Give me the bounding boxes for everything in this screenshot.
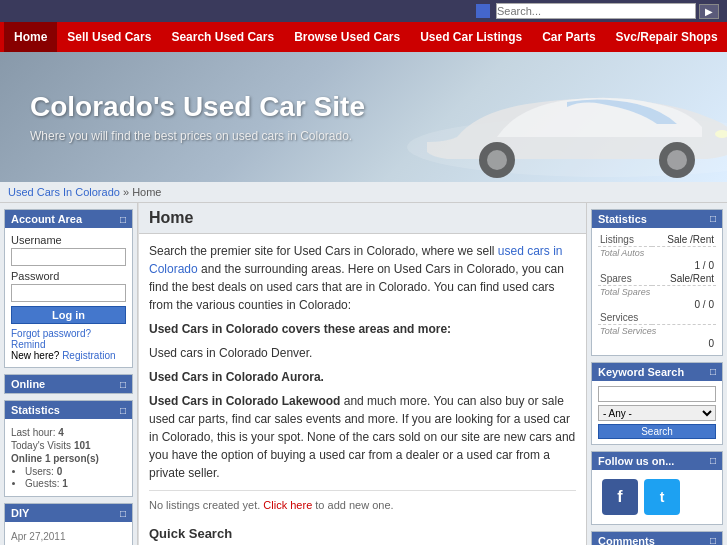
breadcrumb: Used Cars In Colorado » Home	[0, 182, 727, 203]
remind-link[interactable]: Remind	[11, 339, 45, 350]
forgot-password-link[interactable]: Forgot password?	[11, 328, 91, 339]
keyword-search-button[interactable]: Search	[598, 424, 716, 439]
username-label: Username	[11, 234, 126, 246]
top-bar: ▶	[0, 0, 727, 22]
guests-val: 1	[62, 478, 68, 489]
keyword-search-header: Keyword Search □	[592, 363, 722, 381]
follow-us-header: Follow us on... □	[592, 452, 722, 470]
nav-svc-repair[interactable]: Svc/Repair Shops	[606, 22, 727, 52]
hero-banner: Colorado's Used Car Site Where you will …	[0, 52, 727, 182]
comments-box: Comments □	[591, 531, 723, 545]
account-area-header: Account Area □	[5, 210, 132, 228]
bold-line1: Used Cars in Colorado covers these areas…	[149, 322, 451, 336]
favicon-icon	[476, 4, 490, 18]
keyword-search-box: Keyword Search □ - Any - Search	[591, 362, 723, 445]
no-listings-text: No listings created yet.	[149, 499, 260, 511]
nav-car-parts[interactable]: Car Parts	[532, 22, 605, 52]
quick-search-title: Quick Search	[149, 524, 576, 546]
sale-rent2-label: Sale/Rent	[652, 272, 716, 286]
bold-line4: Used Cars in Colorado Lakewood	[149, 394, 340, 408]
facebook-icon[interactable]: f	[602, 479, 638, 515]
users-label: Users:	[25, 466, 54, 477]
new-here-text: New here?	[11, 350, 59, 361]
spares-label: Spares	[598, 272, 652, 286]
statistics-expand[interactable]: □	[120, 405, 126, 416]
last-hour-label: Last hour:	[11, 427, 55, 438]
main-layout: Account Area □ Username Password Log in …	[0, 203, 727, 545]
account-area-box: Account Area □ Username Password Log in …	[4, 209, 133, 368]
left-sidebar: Account Area □ Username Password Log in …	[0, 203, 138, 545]
statistics-content: Last hour: 4 Today's Visits 101 Online 1…	[5, 419, 132, 496]
right-statistics-expand[interactable]: □	[710, 213, 716, 225]
follow-expand[interactable]: □	[710, 455, 716, 467]
breadcrumb-current: Home	[132, 186, 161, 198]
quick-search: Quick Search Model - Any - - Any -	[149, 524, 576, 546]
comments-expand[interactable]: □	[710, 535, 716, 545]
stats-table: Listings Sale /Rent Total Autos 1 / 0 Sp…	[598, 233, 716, 350]
breadcrumb-home[interactable]: Used Cars In Colorado	[8, 186, 120, 198]
guests-label: Guests:	[25, 478, 59, 489]
registration-link[interactable]: Registration	[62, 350, 115, 361]
diy-header: DIY □	[5, 504, 132, 522]
diy-content: Apr 27,2011 How to change oil	[5, 522, 132, 545]
keyword-select[interactable]: - Any -	[598, 405, 716, 421]
center-content: Home Search the premier site for Used Ca…	[138, 203, 587, 545]
content-body: Search the premier site for Used Cars in…	[139, 234, 586, 545]
keyword-search-input[interactable]	[598, 386, 716, 402]
top-search-button[interactable]: ▶	[699, 4, 719, 19]
username-input[interactable]	[11, 248, 126, 266]
right-statistics-box: Statistics □ Listings Sale /Rent Total A…	[591, 209, 723, 356]
hero-subtitle: Where you will find the best prices on u…	[30, 129, 365, 143]
no-listings: No listings created yet. Click here to a…	[149, 490, 576, 514]
hero-title: Colorado's Used Car Site	[30, 91, 365, 123]
login-button[interactable]: Log in	[11, 306, 126, 324]
account-area-expand[interactable]: □	[120, 214, 126, 225]
keyword-search-expand[interactable]: □	[710, 366, 716, 378]
line2: Used cars in Colorado Denver.	[149, 346, 312, 360]
follow-us-box: Follow us on... □ f t	[591, 451, 723, 525]
comments-header: Comments □	[592, 532, 722, 545]
services-label: Services	[598, 311, 652, 325]
svg-point-4	[667, 150, 687, 170]
svg-point-2	[487, 150, 507, 170]
total-spares-val: 0 / 0	[652, 298, 716, 311]
account-area-content: Username Password Log in Forgot password…	[5, 228, 132, 367]
total-autos-label: Total Autos	[598, 247, 716, 260]
total-services-val: 0	[652, 337, 716, 350]
content-header: Home	[139, 203, 586, 234]
statistics-header: Statistics □	[5, 401, 132, 419]
sale-rent-label: Sale /Rent	[652, 233, 716, 247]
password-input[interactable]	[11, 284, 126, 302]
nav-used-car-listings[interactable]: Used Car Listings	[410, 22, 532, 52]
diy-box: DIY □ Apr 27,2011 How to change oil	[4, 503, 133, 545]
nav-bar: Home Sell Used Cars Search Used Cars Bro…	[0, 22, 727, 52]
right-sidebar: Statistics □ Listings Sale /Rent Total A…	[587, 203, 727, 545]
hero-car-image	[357, 52, 727, 182]
keyword-search-content: - Any - Search	[592, 381, 722, 444]
today-visits-label: Today's Visits	[11, 440, 71, 451]
right-statistics-header: Statistics □	[592, 210, 722, 228]
today-visits-val: 101	[74, 440, 91, 451]
listings-label: Listings	[598, 233, 652, 247]
click-here-link[interactable]: Click here	[263, 499, 312, 511]
users-val: 0	[57, 466, 63, 477]
no-listings-suffix: to add new one.	[315, 499, 393, 511]
nav-browse-used-cars[interactable]: Browse Used Cars	[284, 22, 410, 52]
total-services-label: Total Services	[598, 325, 716, 338]
online-expand[interactable]: □	[120, 379, 126, 390]
last-hour-val: 4	[58, 427, 64, 438]
password-label: Password	[11, 270, 126, 282]
diy-expand[interactable]: □	[120, 508, 126, 519]
content-title: Home	[149, 209, 576, 227]
bold-line3: Used Cars in Colorado Aurora.	[149, 370, 324, 384]
right-statistics-content: Listings Sale /Rent Total Autos 1 / 0 Sp…	[592, 228, 722, 355]
twitter-icon[interactable]: t	[644, 479, 680, 515]
nav-search-used-cars[interactable]: Search Used Cars	[161, 22, 284, 52]
total-spares-label: Total Spares	[598, 286, 716, 299]
nav-sell-used-cars[interactable]: Sell Used Cars	[57, 22, 161, 52]
follow-us-content: f t	[592, 470, 722, 524]
paragraph1: Search the premier site for Used Cars in…	[149, 244, 494, 258]
top-search-input[interactable]	[496, 3, 696, 19]
diy-date: Apr 27,2011	[11, 531, 126, 542]
nav-home[interactable]: Home	[4, 22, 57, 52]
